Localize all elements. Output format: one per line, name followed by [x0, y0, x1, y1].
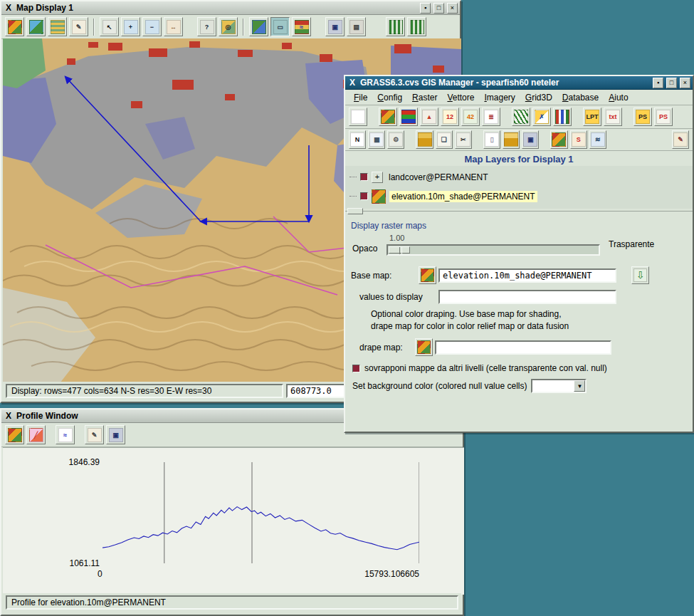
new-display-icon[interactable]	[349, 108, 367, 126]
layer-label[interactable]: elevation.10m_shade@PERMANENT	[389, 191, 537, 202]
zoom-to-map-icon: ◎	[221, 20, 236, 34]
layers-panel-title: Map Layers for Display 1	[345, 151, 693, 166]
menu-file[interactable]: File	[349, 91, 372, 104]
layer-checkbox[interactable]	[360, 192, 368, 200]
zoom-to-map-icon[interactable]: ◎	[219, 17, 238, 36]
settings-gear-icon[interactable]: ⚙	[387, 130, 404, 149]
copy-icon[interactable]: ❏	[436, 130, 453, 149]
map-display-titlebar[interactable]: X Map Display 1 ▪ □ ×	[1, 1, 460, 15]
add-legend-icon[interactable]: ≣	[482, 108, 500, 126]
select-raster-icon[interactable]	[419, 266, 436, 284]
background-color-dropdown[interactable]: ▼	[531, 379, 587, 393]
print-display-icon[interactable]: ▤	[347, 17, 366, 36]
new-file-icon[interactable]: ▯	[483, 130, 500, 149]
window-menu-icon[interactable]: X	[4, 3, 14, 13]
redraw-display-icon[interactable]	[5, 17, 24, 36]
add-thematic-icon[interactable]: ✗	[532, 108, 551, 126]
opacity-slider-handle[interactable]	[389, 246, 410, 254]
add-ps-labels-icon[interactable]: PS	[633, 108, 652, 126]
window-menu-icon[interactable]: X	[4, 411, 14, 421]
raster-icon	[421, 268, 434, 282]
menu-aiuto[interactable]: Aiuto	[604, 91, 632, 104]
pointer-icon[interactable]: ↖	[100, 17, 119, 36]
measure-icon[interactable]: ▭	[270, 17, 290, 36]
values-to-display-label: values to display	[359, 292, 436, 302]
draw-profile-icon[interactable]: ≈	[56, 425, 75, 444]
add-raster-icon[interactable]	[379, 108, 397, 126]
select-drape-raster-icon[interactable]	[415, 338, 433, 356]
render-strip-icon-1[interactable]	[386, 17, 405, 36]
maximize-button[interactable]: □	[433, 3, 444, 14]
gis-manager-titlebar[interactable]: X GRASS6.3.cvs GIS Manager - spearfish60…	[345, 76, 693, 90]
minimize-button[interactable]: ▪	[420, 3, 431, 14]
add-vector-icon[interactable]	[512, 108, 530, 126]
add-grid-icon[interactable]: ▦	[368, 130, 385, 149]
edit-display-icon: ✎	[72, 20, 86, 34]
maximize-button[interactable]: □	[666, 78, 677, 88]
drape-map-field[interactable]	[435, 340, 611, 355]
add-chart-icon[interactable]	[553, 108, 572, 126]
menu-grid3d[interactable]: Grid3D	[521, 91, 557, 104]
zoom-to-display-icon[interactable]	[550, 130, 567, 149]
digitize-icon[interactable]: ✎	[672, 130, 689, 149]
render-strip-icon-2[interactable]	[407, 17, 426, 36]
group-layers-icon[interactable]: ≋	[589, 130, 606, 149]
close-button[interactable]: ×	[680, 78, 690, 88]
overlay-checkbox[interactable]	[352, 365, 360, 372]
layer-row[interactable]: +landcover@PERMANENT	[349, 167, 693, 187]
zoom-in-icon[interactable]: +	[121, 17, 140, 36]
base-map-field[interactable]	[438, 268, 616, 283]
open-file-icon[interactable]	[503, 130, 520, 149]
window-menu-icon[interactable]: X	[347, 78, 357, 88]
menu-database[interactable]: Database	[558, 91, 603, 104]
add-labels-icon[interactable]: LPT	[583, 108, 601, 126]
expand-layer-button[interactable]: +	[372, 172, 383, 183]
draw-transect-icon[interactable]: ╱	[26, 425, 46, 444]
values-to-display-field[interactable]	[438, 290, 616, 304]
layer-checkbox[interactable]	[360, 173, 368, 181]
overlay-maps-icon[interactable]	[249, 17, 268, 36]
opacity-value: 1.00	[389, 234, 404, 242]
menu-imagery[interactable]: Imagery	[480, 91, 519, 104]
pan-icon[interactable]: ↔	[164, 17, 183, 36]
raster-cells-icon[interactable]	[48, 17, 67, 36]
select-raster-icon[interactable]	[5, 425, 24, 444]
minimize-button[interactable]: ▪	[653, 78, 663, 88]
zoom-to-selected-map-button[interactable]: ⇩	[631, 266, 649, 284]
profile-icon[interactable]: ≈	[292, 17, 311, 36]
menu-vettore[interactable]: Vettore	[443, 91, 478, 104]
chevron-down-icon[interactable]: ▼	[574, 380, 585, 392]
query-icon[interactable]: ?	[197, 17, 216, 36]
raster-cells-icon	[51, 20, 65, 34]
gis-manager-window: X GRASS6.3.cvs GIS Manager - spearfish60…	[344, 75, 694, 433]
dual-display-icon[interactable]	[26, 17, 46, 36]
opacity-row: Opaco 1.00 Trasparente	[351, 234, 693, 261]
y-axis-max-label: 1846.39	[57, 457, 100, 467]
add-ps-text-icon[interactable]: PS	[654, 108, 673, 126]
profile-options-icon[interactable]: ✎	[85, 425, 104, 444]
add-cats-icon[interactable]: 42	[461, 108, 480, 126]
pane-sash-handle[interactable]	[347, 208, 363, 214]
zoom-to-display-icon	[552, 132, 566, 147]
script-icon[interactable]: S	[570, 130, 587, 149]
layer-row[interactable]: elevation.10m_shade@PERMANENT	[349, 187, 693, 206]
add-rgb-icon[interactable]	[399, 108, 418, 126]
add-histogram-icon[interactable]: ▲	[420, 108, 438, 126]
save-profile-icon[interactable]: ▣	[106, 425, 125, 444]
open-group-icon[interactable]	[416, 130, 433, 149]
save-file-icon[interactable]: ▣	[522, 130, 539, 149]
add-cell-values-icon[interactable]: 12	[441, 108, 459, 126]
cut-icon[interactable]: ✂	[455, 130, 472, 149]
save-display-icon[interactable]: ▣	[325, 17, 345, 36]
menu-raster[interactable]: Raster	[408, 91, 441, 104]
add-text-icon[interactable]: txt	[604, 108, 622, 126]
north-arrow-icon[interactable]: N	[349, 130, 366, 149]
layer-label[interactable]: landcover@PERMANENT	[387, 172, 490, 183]
close-button[interactable]: ×	[447, 3, 458, 14]
pan-icon: ↔	[167, 20, 181, 34]
edit-display-icon[interactable]: ✎	[69, 17, 88, 36]
pane-divider[interactable]	[345, 211, 693, 218]
opacity-slider[interactable]	[387, 244, 600, 256]
menu-config[interactable]: Config	[373, 91, 406, 104]
zoom-out-icon[interactable]: −	[142, 17, 162, 36]
